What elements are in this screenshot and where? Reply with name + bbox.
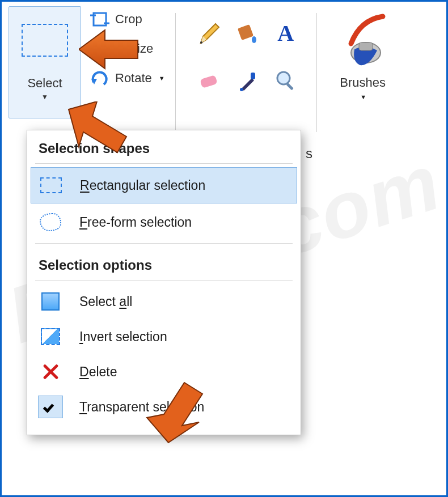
crop-label: Crop xyxy=(115,12,142,27)
chevron-down-icon: ▼ xyxy=(41,93,48,101)
crop-button[interactable]: Crop xyxy=(90,10,165,29)
ribbon: Select ▼ Crop Resize Rotate ▼ xyxy=(2,2,446,148)
divider xyxy=(175,13,176,132)
transparent-selection-checked-icon xyxy=(35,394,66,420)
select-group: Select ▼ xyxy=(9,6,81,148)
separator xyxy=(35,163,293,164)
eraser-tool[interactable] xyxy=(192,60,226,101)
resize-icon xyxy=(90,39,109,58)
delete-item[interactable]: Delete xyxy=(27,354,301,389)
magnifier-icon xyxy=(273,68,298,93)
select-rectangle-icon xyxy=(9,7,81,74)
chevron-down-icon: ▼ xyxy=(159,75,165,82)
rotate-label: Rotate xyxy=(115,71,152,86)
chevron-down-icon: ▼ xyxy=(360,94,366,100)
svg-point-13 xyxy=(240,88,243,91)
separator xyxy=(35,243,293,244)
eraser-icon xyxy=(196,68,221,93)
select-dropdown-menu: Selection shapes Rectangular selection F… xyxy=(27,130,301,435)
separator xyxy=(35,280,293,281)
svg-rect-17 xyxy=(359,43,373,50)
resize-button[interactable]: Resize xyxy=(90,39,165,58)
pencil-icon xyxy=(196,20,221,45)
select-dropdown-button[interactable]: Select ▼ xyxy=(9,6,81,118)
rectangular-selection-label: Rectangular selection xyxy=(80,178,205,193)
fill-icon xyxy=(235,20,260,45)
svg-rect-15 xyxy=(286,83,293,90)
color-picker-icon xyxy=(235,68,260,93)
rectangular-selection-item[interactable]: Rectangular selection xyxy=(31,167,297,203)
svg-point-14 xyxy=(277,72,290,84)
delete-label: Delete xyxy=(79,364,117,380)
svg-rect-11 xyxy=(200,75,218,88)
select-all-icon xyxy=(35,288,66,315)
invert-selection-label: Invert selection xyxy=(79,329,167,345)
invert-selection-item[interactable]: Invert selection xyxy=(27,319,301,354)
fill-tool[interactable] xyxy=(230,12,264,54)
brush-icon xyxy=(332,10,394,72)
text-icon: A xyxy=(277,20,294,46)
image-group: Crop Resize Rotate ▼ xyxy=(84,6,170,148)
brushes-dropdown-button[interactable]: Brushes ▼ xyxy=(323,6,403,100)
select-label-area: Select ▼ xyxy=(27,74,62,101)
svg-point-10 xyxy=(252,36,256,43)
transparent-selection-label: Transparent selection xyxy=(79,400,204,415)
svg-point-8 xyxy=(200,41,202,44)
tools-group-label-tail: s xyxy=(306,146,312,162)
selection-shapes-header: Selection shapes xyxy=(27,130,301,160)
selection-options-header: Selection options xyxy=(27,247,301,277)
freeform-selection-icon xyxy=(35,209,66,235)
svg-rect-12 xyxy=(251,73,255,79)
divider xyxy=(316,13,317,132)
select-all-label: Select all xyxy=(79,294,132,309)
freeform-selection-label: Free-form selection xyxy=(79,215,192,230)
transparent-selection-item[interactable]: Transparent selection xyxy=(27,389,301,424)
rotate-button[interactable]: Rotate ▼ xyxy=(90,69,165,88)
tools-group: A xyxy=(181,6,311,148)
invert-selection-icon xyxy=(35,324,66,350)
crop-icon xyxy=(90,10,109,29)
resize-label: Resize xyxy=(115,41,153,56)
freeform-selection-item[interactable]: Free-form selection xyxy=(27,205,301,240)
rotate-icon xyxy=(90,69,109,88)
color-picker-tool[interactable] xyxy=(230,60,264,101)
select-all-item[interactable]: Select all xyxy=(27,284,301,319)
magnifier-tool[interactable] xyxy=(269,60,303,101)
svg-rect-9 xyxy=(238,24,253,40)
brushes-group: Brushes ▼ xyxy=(323,6,403,148)
select-label: Select xyxy=(27,76,62,91)
text-tool[interactable]: A xyxy=(269,12,303,54)
paint-ribbon-window: PCrisk.com Select ▼ Crop xyxy=(0,0,448,497)
rectangular-selection-icon xyxy=(36,172,66,198)
brushes-label: Brushes xyxy=(340,75,386,90)
pencil-tool[interactable] xyxy=(192,12,226,54)
delete-icon xyxy=(35,359,66,385)
